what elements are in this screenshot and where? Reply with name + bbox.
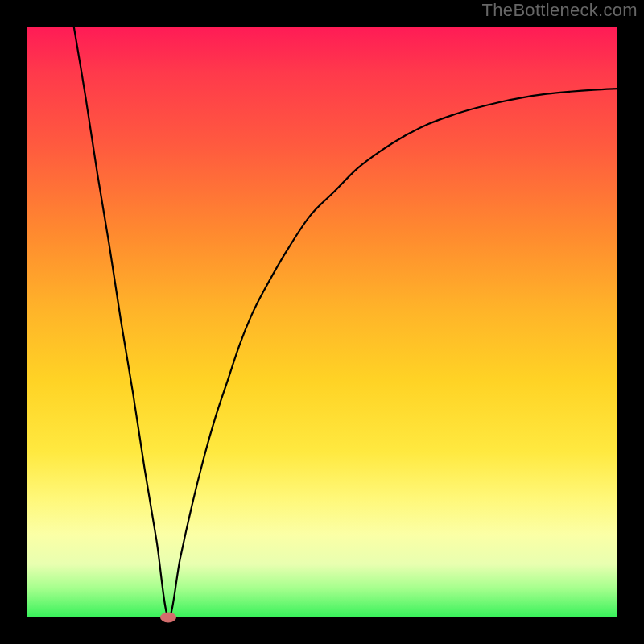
watermark-text: TheBottleneck.com xyxy=(482,0,638,21)
chart-frame: TheBottleneck.com xyxy=(0,0,644,644)
minimum-marker-icon xyxy=(160,613,176,623)
bottleneck-curve xyxy=(27,27,617,617)
plot-area xyxy=(27,27,617,617)
